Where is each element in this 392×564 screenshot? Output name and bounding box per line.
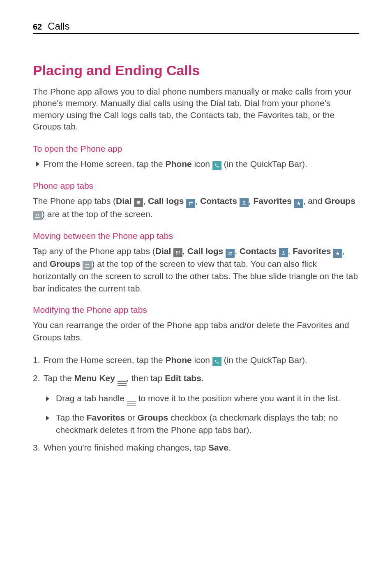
drag-handle-icon xyxy=(127,400,136,407)
open-phone-instruction: From the Home screen, tap the Phone icon… xyxy=(33,158,359,170)
page-header: 62 Calls xyxy=(33,21,359,34)
text: to move it to the position where you wan… xyxy=(136,393,340,403)
text: When you're finished making changes, tap xyxy=(44,443,208,452)
calllogs-icon: ⇄ xyxy=(226,249,235,258)
text: icon xyxy=(192,159,212,169)
numbered-steps: From the Home screen, tap the Phone icon… xyxy=(33,354,359,453)
svg-point-6 xyxy=(137,203,138,204)
dial-icon xyxy=(134,198,143,207)
groups-label: Groups xyxy=(50,259,81,268)
text: Tap any of the Phone app tabs ( xyxy=(33,246,155,256)
svg-point-21 xyxy=(283,251,284,253)
text: Drag a tab handle xyxy=(56,393,127,403)
svg-point-22 xyxy=(85,264,87,266)
svg-point-23 xyxy=(88,264,89,266)
text: . xyxy=(201,373,204,383)
dial-label: Dial xyxy=(116,196,132,206)
calllogs-label: Call logs xyxy=(148,196,184,206)
text: , then tap xyxy=(127,373,165,383)
text: The Phone app tabs ( xyxy=(33,196,116,206)
svg-point-13 xyxy=(178,251,178,252)
step-3: When you're finished making changes, tap… xyxy=(33,441,359,453)
save-label: Save xyxy=(208,443,228,452)
moving-tabs-text: Tap any of the Phone app tabs (Dial , Ca… xyxy=(33,245,359,294)
favorites-label: Favorites xyxy=(253,196,291,206)
svg-point-11 xyxy=(38,214,39,216)
sub-bullet-drag: Drag a tab handle to move it to the posi… xyxy=(44,392,359,407)
groups-icon xyxy=(33,211,42,220)
text: . xyxy=(228,443,231,452)
dial-icon xyxy=(173,248,182,257)
contacts-icon xyxy=(279,248,288,257)
svg-point-4 xyxy=(138,202,139,203)
svg-point-14 xyxy=(179,251,180,252)
edittabs-label: Edit tabs xyxy=(165,373,201,383)
svg-point-1 xyxy=(138,201,139,202)
svg-point-20 xyxy=(179,254,180,254)
text: , xyxy=(195,196,200,206)
document-page: 62 Calls Placing and Ending Calls The Ph… xyxy=(0,0,392,476)
text: ) at the top of the screen to view that … xyxy=(33,259,358,293)
favorites-icon: ★ xyxy=(333,249,342,258)
step-1: From the Home screen, tap the Phone icon… xyxy=(33,354,359,366)
menukey-label: Menu Key xyxy=(74,373,115,383)
svg-point-16 xyxy=(178,252,178,253)
text: (in the QuickTap Bar). xyxy=(221,159,307,169)
step-2: Tap the Menu Key , then tap Edit tabs. D… xyxy=(33,372,359,436)
contacts-label: Contacts xyxy=(240,246,277,256)
section-title: Calls xyxy=(48,21,69,32)
text: or xyxy=(125,413,137,422)
phone-label: Phone xyxy=(165,355,191,365)
svg-point-18 xyxy=(176,254,177,254)
svg-point-15 xyxy=(176,252,177,253)
svg-point-9 xyxy=(243,201,245,203)
text: , xyxy=(143,196,148,206)
bullet-triangle-icon xyxy=(46,416,49,421)
subheading-phone-app-tabs: Phone app tabs xyxy=(33,181,359,191)
svg-point-3 xyxy=(137,202,138,203)
text: icon xyxy=(192,355,212,365)
contacts-icon xyxy=(240,198,249,207)
modifying-intro: You can rearrange the order of the Phone… xyxy=(33,319,359,343)
dial-label: Dial xyxy=(155,246,171,256)
svg-point-10 xyxy=(36,214,37,216)
svg-point-8 xyxy=(139,203,140,204)
menu-key-icon xyxy=(118,380,127,387)
subheading-modifying-tabs: Modifying the Phone app tabs xyxy=(33,305,359,315)
svg-point-17 xyxy=(179,252,180,253)
svg-point-0 xyxy=(137,201,138,202)
svg-point-12 xyxy=(176,251,177,252)
svg-point-19 xyxy=(178,254,178,254)
favorites-label: Favorites xyxy=(293,246,331,256)
favorites-icon: ★ xyxy=(294,199,303,208)
text: , xyxy=(249,196,254,206)
favorites-label: Favorites xyxy=(87,413,125,422)
svg-point-2 xyxy=(139,201,140,202)
main-heading: Placing and Ending Calls xyxy=(33,62,359,79)
text: ) are at the top of the screen. xyxy=(42,209,153,219)
groups-icon xyxy=(83,261,92,270)
phone-icon xyxy=(212,357,221,366)
bullet-triangle-icon xyxy=(36,162,39,166)
text: From the Home screen, tap the xyxy=(44,355,165,365)
text: Tap the xyxy=(56,413,87,422)
calllogs-label: Call logs xyxy=(187,246,224,256)
text: , and xyxy=(303,196,325,206)
phone-icon xyxy=(212,161,221,170)
svg-point-5 xyxy=(139,202,140,203)
phone-app-tabs-text: The Phone app tabs (Dial , Call logs ⇄, … xyxy=(33,195,359,220)
page-number: 62 xyxy=(33,22,42,32)
groups-label: Groups xyxy=(325,196,355,206)
text: (in the QuickTap Bar). xyxy=(221,355,307,365)
subheading-open-phone-app: To open the Phone app xyxy=(33,144,359,154)
svg-point-7 xyxy=(138,203,139,204)
text: Tap the xyxy=(44,373,74,383)
bullet-triangle-icon xyxy=(46,396,49,401)
phone-label: Phone xyxy=(165,159,191,169)
contacts-label: Contacts xyxy=(200,196,237,206)
text: , xyxy=(288,246,293,256)
calllogs-icon: ⇄ xyxy=(186,199,195,208)
sub-bullet-checkbox: Tap the Favorites or Groups checkbox (a … xyxy=(44,411,359,436)
text: , xyxy=(235,246,240,256)
groups-label: Groups xyxy=(137,413,168,422)
